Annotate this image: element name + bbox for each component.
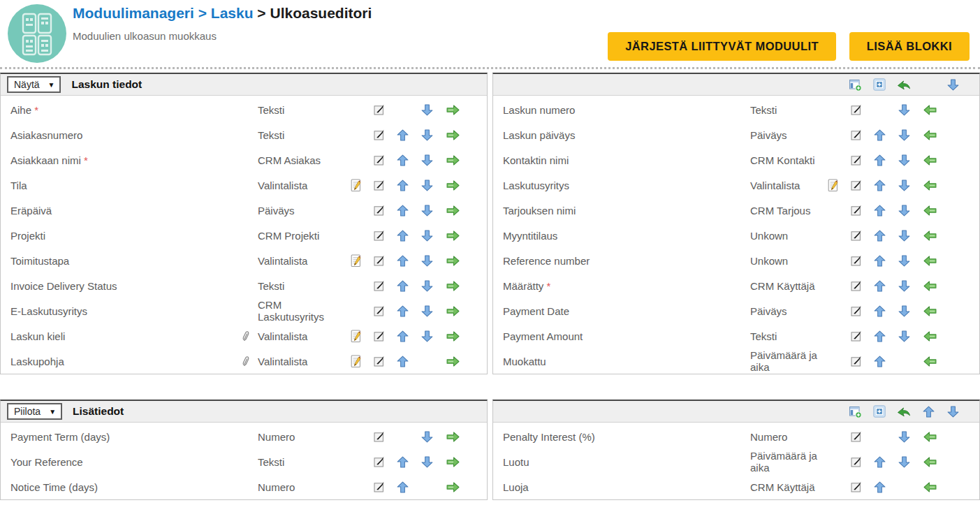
move-down-button[interactable] bbox=[892, 456, 916, 468]
move-up-button[interactable] bbox=[868, 255, 892, 267]
move-down-button[interactable] bbox=[892, 129, 916, 141]
move-down-button[interactable] bbox=[892, 154, 916, 166]
edit-field-button[interactable] bbox=[368, 481, 390, 492]
move-up-button[interactable] bbox=[390, 356, 415, 367]
move-left-button[interactable] bbox=[916, 331, 943, 342]
move-down-button[interactable] bbox=[415, 255, 439, 267]
move-up-button[interactable] bbox=[868, 230, 892, 242]
edit-field-button[interactable] bbox=[845, 255, 868, 266]
undo-icon[interactable] bbox=[897, 404, 911, 418]
move-left-button[interactable] bbox=[916, 105, 943, 115]
move-down-button[interactable] bbox=[415, 104, 439, 116]
edit-field-button[interactable] bbox=[845, 481, 868, 492]
move-up-button[interactable] bbox=[390, 230, 415, 242]
move-left-button[interactable] bbox=[916, 130, 943, 140]
move-left-button[interactable] bbox=[916, 457, 943, 467]
edit-field-button[interactable] bbox=[368, 431, 390, 442]
move-down-button[interactable] bbox=[415, 205, 439, 217]
move-left-button[interactable] bbox=[916, 230, 943, 241]
move-left-button[interactable] bbox=[916, 482, 943, 492]
edit-field-button[interactable] bbox=[368, 180, 390, 191]
arrange-related-modules-button[interactable]: JÄRJESTÄ LIITTYVÄT MODUULIT bbox=[608, 32, 836, 61]
move-right-button[interactable] bbox=[439, 482, 466, 492]
edit-field-button[interactable] bbox=[845, 205, 868, 216]
move-left-button[interactable] bbox=[916, 205, 943, 216]
plus-square-icon[interactable] bbox=[872, 404, 886, 418]
edit-field-button[interactable] bbox=[845, 104, 868, 115]
move-right-button[interactable] bbox=[439, 105, 466, 115]
move-block-down-icon[interactable] bbox=[946, 78, 960, 92]
move-up-button[interactable] bbox=[390, 154, 415, 166]
breadcrumb-module-manager-link[interactable]: Moduulimanageri bbox=[73, 5, 194, 21]
move-up-button[interactable] bbox=[390, 481, 415, 493]
move-down-button[interactable] bbox=[415, 180, 439, 191]
move-left-button[interactable] bbox=[916, 432, 943, 442]
move-right-button[interactable] bbox=[439, 180, 466, 191]
move-up-button[interactable] bbox=[868, 305, 892, 317]
move-up-button[interactable] bbox=[868, 180, 892, 191]
move-up-button[interactable] bbox=[868, 154, 892, 166]
visibility-select[interactable]: Piilota ▼ bbox=[7, 403, 62, 420]
move-left-button[interactable] bbox=[916, 356, 943, 367]
move-down-button[interactable] bbox=[892, 230, 916, 242]
move-down-button[interactable] bbox=[892, 330, 916, 342]
move-left-button[interactable] bbox=[916, 306, 943, 316]
edit-picklist-button[interactable] bbox=[820, 179, 845, 192]
move-up-button[interactable] bbox=[868, 205, 892, 217]
move-right-button[interactable] bbox=[439, 457, 466, 467]
edit-field-button[interactable] bbox=[368, 330, 390, 342]
edit-field-button[interactable] bbox=[845, 129, 868, 140]
move-down-button[interactable] bbox=[415, 330, 439, 342]
move-right-button[interactable] bbox=[439, 256, 466, 266]
move-down-button[interactable] bbox=[415, 230, 439, 242]
move-down-button[interactable] bbox=[415, 431, 439, 443]
move-down-button[interactable] bbox=[892, 431, 916, 443]
move-right-button[interactable] bbox=[439, 230, 466, 241]
move-down-button[interactable] bbox=[892, 180, 916, 191]
move-up-button[interactable] bbox=[390, 305, 415, 317]
move-up-button[interactable] bbox=[390, 280, 415, 292]
edit-field-button[interactable] bbox=[368, 456, 390, 467]
edit-field-button[interactable] bbox=[845, 330, 868, 342]
move-left-button[interactable] bbox=[916, 281, 943, 291]
move-right-button[interactable] bbox=[439, 356, 466, 367]
move-down-button[interactable] bbox=[415, 154, 439, 166]
move-up-button[interactable] bbox=[868, 356, 892, 367]
edit-field-button[interactable] bbox=[368, 104, 390, 115]
add-block-button[interactable]: LISÄÄ BLOKKI bbox=[849, 32, 970, 61]
move-right-button[interactable] bbox=[439, 306, 466, 316]
move-down-button[interactable] bbox=[892, 104, 916, 116]
plus-square-icon[interactable] bbox=[872, 78, 886, 92]
edit-field-button[interactable] bbox=[845, 154, 868, 166]
move-right-button[interactable] bbox=[439, 281, 466, 291]
move-right-button[interactable] bbox=[439, 130, 466, 140]
move-block-down-icon[interactable] bbox=[946, 404, 960, 418]
edit-field-button[interactable] bbox=[368, 356, 390, 367]
move-up-button[interactable] bbox=[390, 129, 415, 141]
edit-field-button[interactable] bbox=[368, 305, 390, 316]
edit-field-button[interactable] bbox=[368, 129, 390, 140]
edit-field-button[interactable] bbox=[845, 456, 868, 467]
edit-field-button[interactable] bbox=[845, 356, 868, 367]
add-field-icon[interactable] bbox=[848, 404, 862, 418]
move-up-button[interactable] bbox=[390, 330, 415, 342]
breadcrumb-invoice-link[interactable]: Lasku bbox=[211, 5, 254, 21]
move-left-button[interactable] bbox=[916, 155, 943, 166]
edit-field-button[interactable] bbox=[845, 431, 868, 442]
move-up-button[interactable] bbox=[868, 456, 892, 468]
move-down-button[interactable] bbox=[415, 280, 439, 292]
edit-field-button[interactable] bbox=[368, 280, 390, 291]
edit-field-button[interactable] bbox=[845, 180, 868, 191]
move-down-button[interactable] bbox=[415, 129, 439, 141]
add-field-icon[interactable] bbox=[848, 78, 862, 92]
edit-picklist-button[interactable] bbox=[343, 330, 368, 343]
edit-field-button[interactable] bbox=[368, 230, 390, 241]
move-up-button[interactable] bbox=[390, 255, 415, 267]
move-up-button[interactable] bbox=[390, 205, 415, 217]
edit-field-button[interactable] bbox=[368, 154, 390, 166]
edit-field-button[interactable] bbox=[368, 255, 390, 266]
undo-icon[interactable] bbox=[897, 78, 911, 92]
move-right-button[interactable] bbox=[439, 331, 466, 342]
move-down-button[interactable] bbox=[892, 255, 916, 267]
move-up-button[interactable] bbox=[868, 330, 892, 342]
